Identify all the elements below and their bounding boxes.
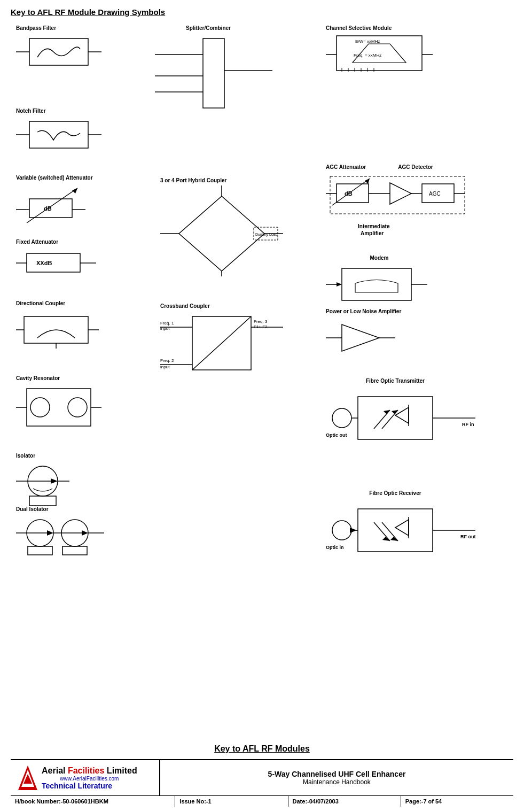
directional-coupler-svg xyxy=(16,308,101,351)
bandpass-filter-svg xyxy=(16,33,101,71)
svg-marker-104 xyxy=(350,528,357,533)
svg-marker-106 xyxy=(382,537,390,541)
modem-label: Modem xyxy=(326,255,433,261)
fixed-attenuator-cell: Fixed Attenuator XXdB xyxy=(16,239,101,279)
page-title: Key to AFL RF Module Drawing Symbols xyxy=(11,7,513,17)
svg-rect-3 xyxy=(203,38,224,108)
svg-text:Amplifier: Amplifier xyxy=(361,230,384,236)
svg-rect-1 xyxy=(29,38,88,65)
bottom-title: Key to AFL RF Modules xyxy=(11,744,513,754)
company-name: Aerial Facilities Limited xyxy=(42,766,137,776)
fibre-optic-tx-svg: Optic out RF in xyxy=(326,386,486,450)
crossband-coupler-cell: Crossband Coupler Freq. 1 input Freq. 2 … xyxy=(160,303,288,391)
fixed-attenuator-svg: XXdB xyxy=(16,247,101,279)
svg-text:RF in: RF in xyxy=(462,422,474,427)
fibre-optic-rx-label: Fibre Optic Receiver xyxy=(326,490,465,496)
svg-text:Intermediate: Intermediate xyxy=(358,223,390,229)
bandpass-filter-cell: Bandpass Filter xyxy=(16,25,101,71)
dual-isolator-label: Dual Isolator xyxy=(16,506,123,512)
dual-isolator-svg xyxy=(16,514,123,562)
svg-marker-88 xyxy=(392,410,398,414)
svg-text:Optic in: Optic in xyxy=(326,545,344,550)
svg-line-32 xyxy=(332,179,370,205)
hybrid-coupler-cell: 3 or 4 Port Hybrid Coupler Dummy Load xyxy=(160,177,283,276)
svg-text:Freq. 3: Freq. 3 xyxy=(254,319,268,324)
notch-filter-svg xyxy=(16,116,101,153)
svg-marker-108 xyxy=(390,537,398,541)
svg-marker-109 xyxy=(395,520,409,536)
svg-point-78 xyxy=(68,398,87,417)
variable-attenuator-label: Variable (switched) Attenuator xyxy=(16,175,101,181)
channel-selective-svg: B/W= xxMHz Freq. = xxMHz xyxy=(326,33,443,76)
company-logo-icon xyxy=(17,764,38,791)
hybrid-coupler-label: 3 or 4 Port Hybrid Coupler xyxy=(160,177,283,183)
hbook-number: H/book Number:-50-060601HBKM xyxy=(11,796,175,807)
svg-marker-89 xyxy=(395,407,409,423)
crossband-coupler-label: Crossband Coupler xyxy=(160,303,288,309)
svg-rect-96 xyxy=(29,496,56,506)
svg-point-77 xyxy=(30,398,50,417)
svg-text:Freq. 2: Freq. 2 xyxy=(160,358,174,363)
svg-text:Optic out: Optic out xyxy=(326,432,347,438)
crossband-coupler-svg: Freq. 1 input Freq. 2 input Freq. 3 F1+ … xyxy=(160,311,288,391)
issue-number: Issue No:-1 xyxy=(175,796,288,807)
agc-svg: dB AGC Intermediate Amplifier xyxy=(326,172,507,236)
fibre-optic-tx-label: Fibre Optic Transmitter xyxy=(326,378,465,384)
company-website: www.AerialFacilities.com xyxy=(42,776,137,782)
directional-coupler-cell: Directional Coupler xyxy=(16,300,101,351)
agc-detector-label: AGC Detector xyxy=(398,164,433,170)
notch-filter-cell: Notch Filter xyxy=(16,108,101,153)
svg-text:AGC: AGC xyxy=(429,191,441,197)
power-lna-label: Power or Low Noise Amplifier xyxy=(326,308,433,314)
fibre-optic-rx-cell: Fibre Optic Receiver Optic in xyxy=(326,490,486,562)
svg-text:Freq. 1: Freq. 1 xyxy=(160,321,174,326)
notch-filter-label: Notch Filter xyxy=(16,108,101,114)
svg-text:Freq. = xxMHz: Freq. = xxMHz xyxy=(354,53,381,58)
variable-attenuator-cell: Variable (switched) Attenuator dB xyxy=(16,175,101,226)
svg-rect-81 xyxy=(358,397,433,439)
date: Date:-04/07/2003 xyxy=(288,796,401,807)
svg-text:F1+ F2: F1+ F2 xyxy=(254,324,268,329)
svg-line-63 xyxy=(192,316,251,370)
fixed-attenuator-label: Fixed Attenuator xyxy=(16,239,101,245)
doc-subtitle: Maintenance Handbook xyxy=(303,778,371,786)
fibre-optic-tx-cell: Fibre Optic Transmitter Optic out xyxy=(326,378,486,450)
agc-group-cell: AGC Attenuator AGC Detector dB AGC xyxy=(326,164,507,236)
svg-rect-119 xyxy=(28,546,52,555)
svg-marker-115 xyxy=(47,530,53,536)
modem-cell: Modem xyxy=(326,255,443,306)
svg-rect-21 xyxy=(29,121,88,148)
splitter-combiner-cell: Splitter/Combiner xyxy=(155,25,272,129)
doc-title: 5-Way Channelised UHF Cell Enhancer xyxy=(268,770,406,778)
cavity-resonator-svg xyxy=(16,383,101,431)
page: Key to AFL RF Module Drawing Symbols Ban… xyxy=(0,0,524,812)
isolator-label: Isolator xyxy=(16,453,85,459)
cavity-resonator-label: Cavity Resonator xyxy=(16,375,101,381)
splitter-combiner-svg xyxy=(155,33,272,129)
isolator-cell: Isolator xyxy=(16,453,85,509)
svg-text:input: input xyxy=(160,326,170,331)
svg-rect-120 xyxy=(62,546,87,555)
isolator-svg xyxy=(16,461,85,509)
directional-coupler-label: Directional Coupler xyxy=(16,300,101,306)
fibre-optic-rx-svg: Optic in RF out xyxy=(326,498,486,562)
power-lna-svg xyxy=(326,316,433,359)
footer-bottom: H/book Number:-50-060601HBKM Issue No:-1… xyxy=(11,795,513,807)
channel-selective-cell: Channel Selective Module B/W= xxMHz Freq… xyxy=(326,25,443,76)
svg-point-101 xyxy=(332,521,351,540)
variable-attenuator-svg: dB xyxy=(16,183,101,226)
svg-marker-55 xyxy=(337,282,342,287)
svg-marker-95 xyxy=(51,478,58,484)
svg-text:Dummy Load: Dummy Load xyxy=(255,233,278,237)
svg-text:RF out: RF out xyxy=(460,534,476,539)
svg-line-105 xyxy=(374,522,390,541)
svg-marker-86 xyxy=(384,410,390,414)
svg-rect-100 xyxy=(358,509,433,552)
page-number: Page:-7 of 54 xyxy=(401,796,513,807)
splitter-combiner-label: Splitter/Combiner xyxy=(155,25,262,31)
svg-rect-30 xyxy=(337,184,369,203)
svg-marker-43 xyxy=(179,196,264,271)
agc-attenuator-label: AGC Attenuator xyxy=(326,164,366,170)
svg-text:input: input xyxy=(160,365,170,369)
footer: Aerial Facilities Limited www.AerialFaci… xyxy=(11,759,513,807)
